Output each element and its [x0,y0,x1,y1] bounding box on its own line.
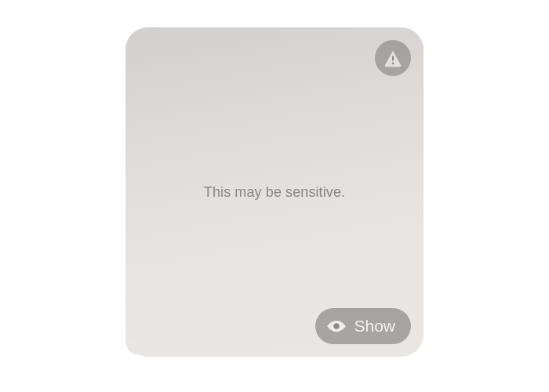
svg-point-1 [392,63,394,64]
message-bubble-container: This may be sensitive. Show [125,27,424,365]
sensitive-content-label: This may be sensitive. [204,184,345,201]
warning-icon [383,48,403,68]
show-button-label: Show [354,317,395,336]
show-button[interactable]: Show [315,308,411,344]
sensitive-content-bubble: This may be sensitive. Show [125,27,424,357]
warning-badge[interactable] [375,40,411,76]
bubble-tail [119,339,136,357]
svg-rect-0 [392,56,394,61]
eye-icon [326,316,347,336]
svg-point-2 [334,323,340,328]
